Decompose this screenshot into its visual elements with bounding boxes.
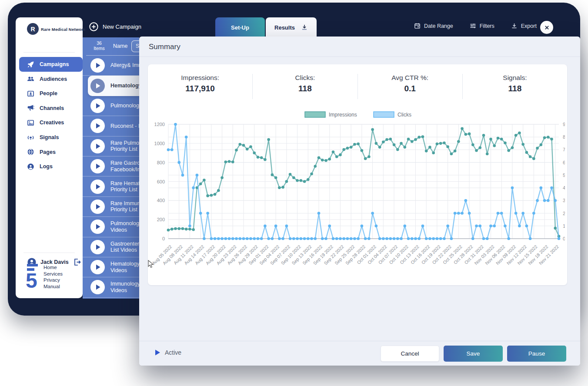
sidebar-item-people[interactable]: People xyxy=(19,86,83,101)
campaign-row[interactable]: Rare PulmonPriority List xyxy=(83,136,139,156)
close-button[interactable] xyxy=(540,21,553,34)
stat-impressions: Impressions: 117,910 xyxy=(148,74,252,99)
new-campaign-label: New Campaign xyxy=(103,23,141,30)
footer-link-home[interactable]: Home xyxy=(43,264,63,271)
export-label: Export xyxy=(521,23,537,29)
image-icon xyxy=(27,119,34,126)
brand-logo-icon: R xyxy=(27,23,39,35)
sidebar-item-label: Channels xyxy=(40,105,64,111)
campaign-name: Pulmonolog xyxy=(110,103,139,109)
date-range-button[interactable]: Date Range xyxy=(414,23,453,29)
stat-label: Clicks: xyxy=(253,74,357,82)
campaign-name: Rare PulmonPriority List xyxy=(110,140,139,153)
save-button[interactable]: Save xyxy=(444,346,503,362)
sliders-icon xyxy=(470,23,476,29)
svg-text:5: 5 xyxy=(26,269,37,290)
play-button[interactable] xyxy=(90,139,105,153)
summary-modal: Summary Impressions: 117,910 Clicks: 118… xyxy=(139,37,580,366)
campaign-row[interactable]: PulmonologVideos xyxy=(83,217,139,237)
logout-icon[interactable] xyxy=(73,258,81,266)
items-count: 36 Items xyxy=(91,40,107,51)
download-icon[interactable] xyxy=(301,24,308,31)
status-active[interactable]: Active xyxy=(155,349,181,356)
play-button[interactable] xyxy=(90,220,105,234)
footer-link-services[interactable]: Services xyxy=(43,271,63,277)
export-button[interactable]: Export xyxy=(511,23,537,29)
stat-label: Impressions: xyxy=(148,74,252,82)
campaign-row[interactable]: Rare HematPriority List xyxy=(83,176,139,196)
svg-text:7: 7 xyxy=(563,147,565,152)
stat-value: 0.1 xyxy=(358,84,462,93)
svg-text:200: 200 xyxy=(157,217,165,222)
stat-avg-ctr: Avg CTR %: 0.1 xyxy=(357,74,462,99)
sidebar-item-creatives[interactable]: Creatives xyxy=(19,115,83,130)
svg-text:0: 0 xyxy=(563,236,565,241)
mouse-cursor xyxy=(148,260,154,269)
campaign-rows: Allergy& ImmHematologyPulmonologRuconest… xyxy=(83,56,139,298)
sidebar-item-logs[interactable]: Logs xyxy=(19,159,83,174)
play-button[interactable] xyxy=(90,119,105,133)
legend-impressions-label: Impressions xyxy=(329,112,357,118)
campaign-name: Rare HematPriority List xyxy=(110,180,139,193)
svg-text:8: 8 xyxy=(563,134,565,140)
sidebar-item-audiences[interactable]: Audiences xyxy=(19,72,83,87)
campaign-row[interactable]: HematologyVideos xyxy=(83,257,139,277)
id-card-icon xyxy=(27,90,34,97)
campaign-name: Allergy& Imm xyxy=(110,62,139,69)
campaign-row[interactable]: Hematology xyxy=(88,76,139,96)
chart-legend[interactable]: ImpressionsClicks xyxy=(305,112,411,118)
campaign-row[interactable]: GastroenterList Videos xyxy=(83,237,139,257)
play-button[interactable] xyxy=(90,180,105,194)
cancel-button[interactable]: Cancel xyxy=(381,346,439,362)
play-button[interactable] xyxy=(90,79,105,93)
campaign-name: Hematology xyxy=(110,83,139,89)
sidebar-item-campaigns[interactable]: Campaigns xyxy=(19,57,83,72)
campaign-list-header: 36 Items Name Se xyxy=(83,37,139,56)
play-button[interactable] xyxy=(90,240,105,254)
tab-results[interactable]: Results xyxy=(266,17,317,37)
sidebar-item-label: Audiences xyxy=(40,76,67,82)
user-icon xyxy=(27,163,34,170)
play-button[interactable] xyxy=(90,99,105,113)
tab-set-up[interactable]: Set-Up xyxy=(215,17,265,37)
rocket-icon xyxy=(27,61,34,68)
play-button[interactable] xyxy=(90,280,105,294)
new-campaign-button[interactable]: New Campaign xyxy=(89,22,141,31)
campaign-list-panel: 36 Items Name Se Allergy& ImmHematologyP… xyxy=(83,37,139,299)
list-search-button[interactable]: Se xyxy=(131,40,139,52)
footer-link-privacy[interactable]: Privacy xyxy=(43,277,63,283)
legend-clicks-swatch xyxy=(374,112,394,117)
play-button[interactable] xyxy=(90,260,105,274)
sidebar-item-channels[interactable]: Channels xyxy=(19,101,83,116)
play-button[interactable] xyxy=(90,58,105,73)
svg-text:4: 4 xyxy=(563,185,565,190)
impressions-line xyxy=(167,127,561,238)
campaign-row[interactable]: ImmunologyVideos xyxy=(83,277,139,297)
name-column-header: Name xyxy=(113,43,127,49)
summary-card: Impressions: 117,910 Clicks: 118 Avg CTR… xyxy=(148,64,567,285)
footer-logo-5: 5 xyxy=(25,263,42,290)
campaign-row[interactable]: Pulmonolog xyxy=(83,96,139,116)
play-icon xyxy=(155,349,160,356)
filters-button[interactable]: Filters xyxy=(470,23,494,29)
sidebar-item-label: Pages xyxy=(40,149,56,155)
stat-label: Avg CTR %: xyxy=(358,74,462,82)
campaign-row[interactable]: Ruconest - H xyxy=(83,116,139,136)
sidebar-item-pages[interactable]: Pages xyxy=(19,145,83,160)
legend-impressions-swatch xyxy=(305,112,325,117)
svg-text:5: 5 xyxy=(563,173,565,178)
divider xyxy=(23,253,75,253)
campaign-row[interactable]: Rare GastroFacebook/In xyxy=(83,156,139,176)
campaign-name: Rare GastroFacebook/In xyxy=(110,160,139,173)
footer-links: HomeServicesPrivacyManual xyxy=(43,264,63,290)
summary-chart: 0200400600800100012000123456789Aug 05 20… xyxy=(150,111,565,281)
campaign-row[interactable]: Allergy& Imm xyxy=(83,56,139,76)
campaign-row[interactable]: Rare ImmunPriority List xyxy=(83,197,139,217)
pause-button[interactable]: Pause xyxy=(507,346,566,362)
footer-link-manual[interactable]: Manual xyxy=(43,283,63,290)
topbar-actions: Date Range Filters Export xyxy=(414,23,537,29)
megaphone-icon xyxy=(27,104,34,112)
sidebar-item-signals[interactable]: Signals xyxy=(19,130,83,145)
play-button[interactable] xyxy=(90,200,105,214)
play-button[interactable] xyxy=(90,159,105,173)
